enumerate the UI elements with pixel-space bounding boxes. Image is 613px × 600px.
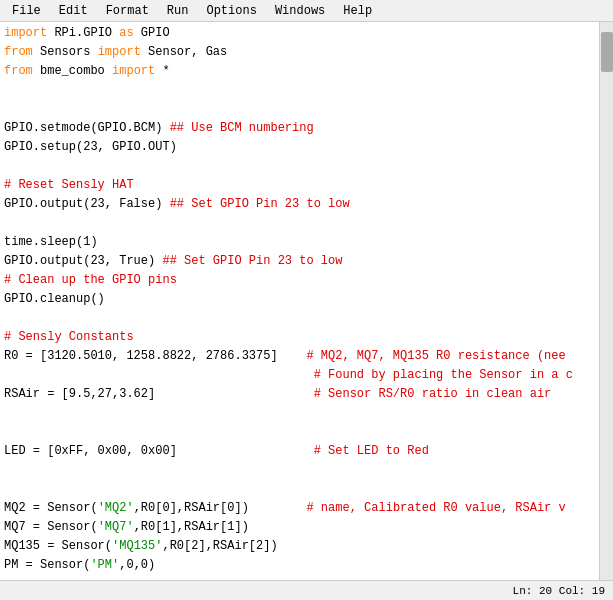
code-line [4, 480, 595, 499]
code-area[interactable]: import RPi.GPIO as GPIO from Sensors imp… [0, 22, 599, 580]
code-line: PM = Sensor('PM',0,0) [4, 556, 595, 575]
code-line: LED = [0xFF, 0x00, 0x00] # Set LED to Re… [4, 442, 595, 461]
cursor-position: Ln: 20 Col: 19 [513, 585, 605, 597]
code-line: MQ7 = Sensor('MQ7',R0[1],RSAir[1]) [4, 518, 595, 537]
code-line: # Sensly Constants [4, 328, 595, 347]
code-line [4, 157, 595, 176]
code-line: import RPi.GPIO as GPIO [4, 24, 595, 43]
code-line [4, 214, 595, 233]
menubar: File Edit Format Run Options Windows Hel… [0, 0, 613, 22]
code-line [4, 461, 595, 480]
editor: import RPi.GPIO as GPIO from Sensors imp… [0, 22, 613, 580]
code-line [4, 423, 595, 442]
code-line [4, 81, 595, 100]
vertical-scrollbar[interactable] [599, 22, 613, 580]
menu-file[interactable]: File [4, 2, 49, 20]
menu-run[interactable]: Run [159, 2, 197, 20]
code-line: # Clean up the GPIO pins [4, 271, 595, 290]
code-line: GPIO.output(23, False) ## Set GPIO Pin 2… [4, 195, 595, 214]
code-line: MQ135 = Sensor('MQ135',R0[2],RSAir[2]) [4, 537, 595, 556]
code-line: from Sensors import Sensor, Gas [4, 43, 595, 62]
code-line: RSAir = [9.5,27,3.62] # Sensor RS/R0 rat… [4, 385, 595, 404]
menu-help[interactable]: Help [335, 2, 380, 20]
code-line [4, 309, 595, 328]
code-line [4, 100, 595, 119]
code-line: R0 = [3120.5010, 1258.8822, 2786.3375] #… [4, 347, 595, 366]
scrollbar-thumb[interactable] [601, 32, 613, 72]
code-line: MQ2 = Sensor('MQ2',R0[0],RSAir[0]) # nam… [4, 499, 595, 518]
code-line: time.sleep(1) [4, 233, 595, 252]
code-line: GPIO.setup(23, GPIO.OUT) [4, 138, 595, 157]
code-line: from bme_combo import * [4, 62, 595, 81]
code-line: GPIO.cleanup() [4, 290, 595, 309]
menu-options[interactable]: Options [198, 2, 264, 20]
menu-format[interactable]: Format [98, 2, 157, 20]
code-line: GPIO.output(23, True) ## Set GPIO Pin 23… [4, 252, 595, 271]
code-line [4, 575, 595, 580]
code-line [4, 404, 595, 423]
menu-edit[interactable]: Edit [51, 2, 96, 20]
statusbar: Ln: 20 Col: 19 [0, 580, 613, 600]
code-line: GPIO.setmode(GPIO.BCM) ## Use BCM number… [4, 119, 595, 138]
code-line: # Found by placing the Sensor in a c [4, 366, 595, 385]
code-line: # Reset Sensly HAT [4, 176, 595, 195]
menu-windows[interactable]: Windows [267, 2, 333, 20]
